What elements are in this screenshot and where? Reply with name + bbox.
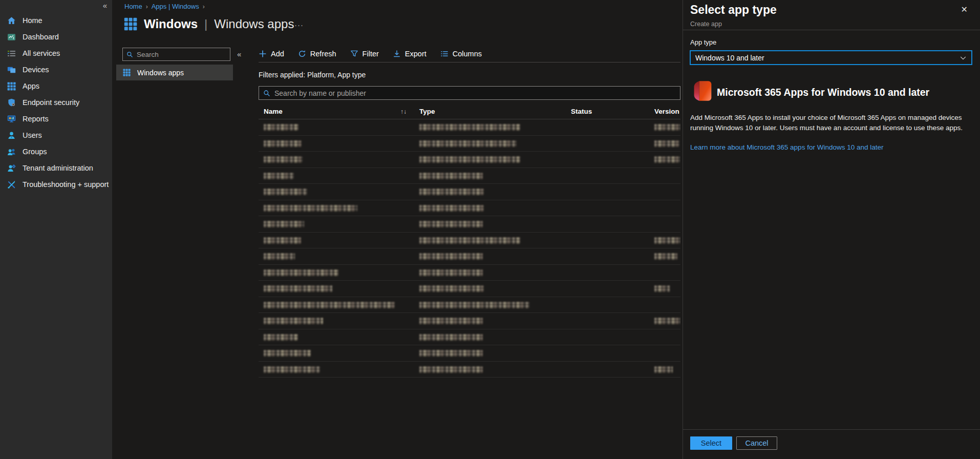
sidebar-collapse-icon[interactable]: «	[103, 1, 107, 10]
sidebar-nav: HomeDashboardAll servicesDevicesAppsEndp…	[0, 12, 112, 193]
learn-more-link[interactable]: Learn more about Microsoft 365 apps for …	[690, 143, 883, 151]
apps-grid-icon	[123, 69, 131, 76]
redacted-version	[654, 366, 673, 373]
table-row[interactable]	[259, 136, 680, 152]
redacted-type	[419, 205, 484, 212]
filter-button[interactable]: Filter	[350, 50, 379, 58]
table-row[interactable]	[259, 184, 680, 200]
sidebar-item-users[interactable]: Users	[0, 127, 112, 143]
chevron-down-icon	[960, 54, 967, 61]
more-options-icon[interactable]: ···	[294, 20, 304, 29]
reports-icon	[7, 115, 16, 123]
close-icon[interactable]: ✕	[961, 5, 968, 14]
toolbar-button-label: Refresh	[310, 50, 336, 58]
add-button[interactable]: Add	[259, 50, 284, 58]
table-row[interactable]	[259, 152, 680, 168]
sort-icon[interactable]: ↑↓	[400, 108, 407, 115]
refresh-button[interactable]: Refresh	[298, 50, 336, 58]
app-info-description: Add Microsoft 365 Apps to install your c…	[690, 113, 969, 134]
apps-icon	[7, 82, 16, 91]
table-row[interactable]	[259, 119, 680, 136]
redacted-name	[264, 269, 338, 276]
table-row[interactable]	[259, 248, 680, 265]
redacted-type	[419, 302, 529, 308]
redacted-type	[419, 156, 520, 163]
column-header-status[interactable]: Status	[571, 108, 592, 115]
export-icon	[393, 50, 401, 58]
page-title-primary: Windows	[144, 17, 198, 31]
sidebar-item-label: Reports	[23, 115, 49, 123]
redacted-type	[419, 189, 484, 195]
sidebar-item-all-services[interactable]: All services	[0, 45, 112, 61]
sidebar-item-groups[interactable]: Groups	[0, 143, 112, 160]
sidebar-item-endpoint-security[interactable]: Endpoint security	[0, 94, 112, 111]
redacted-name	[264, 253, 295, 260]
panel-footer-divider	[683, 429, 980, 430]
apps-table: Name ↑↓ Type Status Version	[259, 104, 680, 378]
table-row[interactable]	[259, 281, 680, 297]
toolbar-button-label: Filter	[363, 50, 379, 58]
sidebar-item-reports[interactable]: Reports	[0, 111, 112, 127]
redacted-type	[419, 140, 517, 147]
table-row[interactable]	[259, 233, 680, 249]
list-search-input[interactable]	[137, 51, 226, 58]
table-row[interactable]	[259, 297, 680, 314]
redacted-type	[419, 318, 483, 324]
cancel-button[interactable]: Cancel	[736, 436, 777, 450]
table-row[interactable]	[259, 362, 680, 378]
app-info-heading: Microsoft 365 Apps for Windows 10 and la…	[717, 87, 929, 98]
sidebar-item-label: Groups	[23, 148, 47, 156]
app-type-label: App type	[690, 38, 716, 46]
breadcrumb-link[interactable]: Home	[124, 3, 142, 10]
panel-divider	[683, 30, 980, 30]
select-button[interactable]: Select	[690, 436, 732, 450]
redacted-type	[419, 366, 483, 373]
sidebar-item-label: Devices	[23, 66, 49, 74]
table-row[interactable]	[259, 345, 680, 362]
sidebar-item-home[interactable]: Home	[0, 12, 112, 29]
refresh-icon	[298, 50, 306, 58]
column-header-type[interactable]: Type	[419, 108, 435, 115]
table-row[interactable]	[259, 265, 680, 281]
filters-applied-text: Filters applied: Platform, App type	[259, 71, 366, 79]
sidebar-item-apps[interactable]: Apps	[0, 78, 112, 94]
table-row[interactable]	[259, 329, 680, 346]
home-icon	[7, 16, 16, 25]
breadcrumb-separator: ›	[203, 3, 205, 10]
toolbar-button-label: Columns	[453, 50, 482, 58]
microsoft-365-icon	[693, 80, 712, 101]
breadcrumb-link[interactable]: Apps | Windows	[152, 3, 199, 10]
redacted-name	[264, 140, 302, 147]
tenant-admin-icon	[7, 164, 16, 173]
redacted-type	[419, 334, 483, 341]
redacted-version	[654, 156, 680, 163]
table-row[interactable]	[259, 168, 680, 184]
toolbar-button-label: Add	[271, 50, 284, 58]
redacted-name	[264, 334, 298, 341]
column-header-name[interactable]: Name	[264, 108, 283, 115]
list-panel-collapse-icon[interactable]: «	[237, 50, 241, 58]
panel-title: Select app type	[690, 3, 777, 17]
table-search-input[interactable]	[274, 89, 676, 97]
troubleshooting-icon	[7, 180, 16, 189]
columns-icon	[440, 50, 449, 58]
table-row[interactable]	[259, 216, 680, 233]
app-type-dropdown[interactable]: Windows 10 and later	[690, 50, 972, 65]
sidebar-item-label: Dashboard	[23, 33, 59, 41]
list-item-windows-apps[interactable]: Windows apps	[116, 65, 233, 80]
sidebar-item-troubleshooting-support[interactable]: Troubleshooting + support	[0, 176, 112, 193]
dashboard-icon	[7, 33, 16, 41]
table-body	[259, 119, 680, 378]
sidebar-item-dashboard[interactable]: Dashboard	[0, 29, 112, 45]
redacted-type	[419, 253, 483, 260]
table-row[interactable]	[259, 200, 680, 217]
sidebar-item-devices[interactable]: Devices	[0, 61, 112, 78]
export-button[interactable]: Export	[393, 50, 427, 58]
columns-button[interactable]: Columns	[440, 50, 482, 58]
toolbar-button-label: Export	[405, 50, 427, 58]
column-header-version[interactable]: Version	[654, 108, 679, 115]
redacted-name	[264, 350, 311, 357]
table-row[interactable]	[259, 313, 680, 329]
redacted-name	[264, 302, 395, 308]
sidebar-item-tenant-administration[interactable]: Tenant administration	[0, 160, 112, 176]
